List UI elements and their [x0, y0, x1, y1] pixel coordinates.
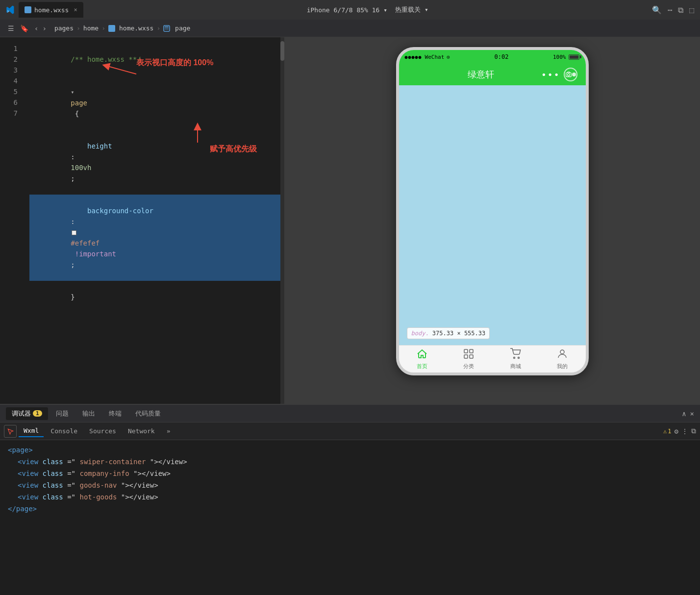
tab-home[interactable]: 首页 — [399, 348, 446, 370]
body-size-tooltip: body. 375.33 × 555.33 — [407, 327, 490, 339]
search-icon[interactable]: 🔍 — [652, 5, 662, 15]
eq-1: =" — [67, 458, 75, 466]
breadcrumb-pages[interactable]: pages — [54, 25, 74, 32]
profile-icon-svg — [556, 348, 568, 360]
color-swatch — [72, 230, 76, 235]
breadcrumb-sep-2: › — [101, 25, 105, 32]
eq-3-close: "></view> — [121, 481, 158, 489]
devtools-tab-quality[interactable]: 代码质量 — [129, 407, 167, 420]
xml-line-goods-nav: <view class =" goods-nav "></view> — [8, 479, 692, 491]
home-tab-icon — [416, 348, 428, 362]
settings-btn[interactable]: ⚙ — [675, 427, 678, 435]
breadcrumb-selector[interactable]: page — [163, 25, 190, 32]
subtab-network[interactable]: Network — [123, 425, 160, 437]
title-bar-right: 🔍 ⋯ ⧉ ⬚ — [652, 5, 694, 15]
editor-pane: 1 2 3 4 5 6 7 /** home.wxss **/ ▾ page { — [0, 37, 284, 404]
tag-view-4-open: <view — [18, 493, 43, 501]
close-panel-btn[interactable]: × — [690, 410, 694, 418]
title-bar-center: iPhone 6/7/8 85% 16 ▾ 热重载关 ▾ — [87, 5, 648, 14]
attr-class-3: class — [43, 481, 63, 489]
attr-class-1: class — [43, 458, 63, 466]
code-lines[interactable]: /** home.wxss **/ ▾ page { height : 100v… — [24, 37, 280, 404]
line-num-6: 6 — [0, 97, 18, 108]
console-label: Console — [50, 427, 77, 435]
profile-tab-label: 我的 — [557, 363, 568, 370]
code-line-3: height : 100vh ; — [29, 130, 280, 195]
expand-btn[interactable]: ⧉ — [691, 427, 696, 435]
xml-line-page-open: <page> — [8, 444, 692, 456]
breadcrumb-filename[interactable]: home.wxss — [119, 25, 153, 32]
breadcrumb-home[interactable]: home — [83, 25, 99, 32]
line-num-2: 2 — [0, 54, 18, 65]
carrier-name: WeChat — [425, 54, 445, 60]
back-icon[interactable]: ‹ — [34, 25, 38, 32]
devtools-tab-issues[interactable]: 问题 — [50, 407, 75, 420]
profile-tab-icon — [556, 348, 568, 362]
eq-1-close: "></view> — [150, 458, 187, 466]
tooltip-label: body. — [411, 330, 429, 337]
subtab-sources[interactable]: Sources — [84, 425, 121, 437]
wifi-icon: ⊙ — [447, 54, 450, 60]
devtools-actions: ∧ × — [682, 410, 694, 418]
code-line-4: background-color : #efefef !important ; — [29, 195, 280, 281]
collapse-panel-btn[interactable]: ∧ — [682, 410, 686, 418]
annotation-100vh: 表示视口高度的 100% — [136, 58, 213, 68]
layout-split-icon[interactable]: ⧉ — [678, 5, 683, 15]
devtools-panel: 调试器 1 问题 输出 终端 代码质量 ∧ × Wxml Cons — [0, 404, 700, 595]
bookmark-icon[interactable]: 🔖 — [20, 25, 28, 32]
shop-tab-label: 商城 — [510, 363, 521, 370]
window-expand-icon[interactable]: ⬚ — [689, 5, 694, 15]
debugger-badge: 1 — [33, 410, 42, 417]
nav-icons: ••• — [541, 68, 578, 81]
warning-icon: ⚠ — [663, 428, 667, 435]
vertical-scrollbar[interactable] — [280, 37, 284, 404]
nav-camera-btn[interactable] — [564, 68, 577, 81]
devtools-tab-debugger[interactable]: 调试器 1 — [6, 407, 48, 420]
device-info[interactable]: iPhone 6/7/8 85% 16 ▾ — [307, 6, 387, 14]
signal-dots: ●●●●● — [405, 54, 422, 60]
devtools-tab-terminal[interactable]: 终端 — [103, 407, 127, 420]
svg-rect-1 — [165, 26, 169, 27]
devtools-tab-output[interactable]: 输出 — [76, 407, 101, 420]
svg-rect-8 — [470, 349, 473, 353]
element-selector-btn[interactable] — [4, 425, 17, 438]
val-height: 100vh — [71, 164, 91, 172]
xml-line-company: <view class =" company-info "></view> — [8, 468, 692, 479]
warning-badge[interactable]: ⚠ 1 — [663, 428, 671, 435]
code-line-7 — [29, 324, 280, 335]
tab-shop[interactable]: 商城 — [492, 348, 539, 370]
more-icon[interactable]: ⋯ — [668, 5, 673, 15]
quality-label: 代码质量 — [135, 410, 161, 417]
code-container: 1 2 3 4 5 6 7 /** home.wxss **/ ▾ page { — [0, 37, 284, 404]
breadcrumb-selector-icon — [163, 25, 170, 32]
hot-reload[interactable]: 热重载关 ▾ — [395, 5, 428, 14]
status-left: ●●●●● WeChat ⊙ — [405, 54, 450, 60]
tab-profile[interactable]: 我的 — [539, 348, 585, 370]
status-right: 100% — [553, 54, 580, 60]
brace-close: } — [71, 293, 75, 301]
collapse-arrow[interactable]: ▾ — [71, 87, 74, 98]
svg-point-11 — [513, 357, 515, 359]
vscode-icon — [6, 5, 15, 14]
subtab-console[interactable]: Console — [46, 425, 82, 437]
menu-icon[interactable]: ☰ — [8, 25, 14, 32]
breadcrumb-sep-1: › — [76, 25, 80, 32]
forward-icon[interactable]: › — [42, 25, 46, 32]
terminal-label: 终端 — [109, 410, 122, 417]
subtab-more[interactable]: » — [162, 425, 175, 437]
more-options-btn[interactable]: ⋮ — [681, 427, 688, 435]
xml-content: <page> <view class =" swiper-container "… — [0, 440, 700, 595]
title-bar: home.wxss × iPhone 6/7/8 85% 16 ▾ 热重载关 ▾… — [0, 0, 700, 20]
file-tab[interactable]: home.wxss × — [19, 2, 83, 18]
tab-category[interactable]: 分类 — [446, 348, 492, 370]
nav-more-dots[interactable]: ••• — [541, 70, 560, 80]
eq-4-close: "></view> — [121, 493, 158, 501]
subtab-wxml[interactable]: Wxml — [19, 425, 44, 437]
tab-close-btn[interactable]: × — [74, 6, 77, 13]
attr-class-4: class — [43, 493, 63, 501]
network-label: Network — [128, 427, 155, 435]
scrollbar-thumb[interactable] — [280, 41, 284, 61]
semi-2: ; — [71, 261, 75, 269]
home-icon-svg — [416, 348, 428, 360]
phone-content: body. 375.33 × 555.33 — [399, 85, 586, 345]
